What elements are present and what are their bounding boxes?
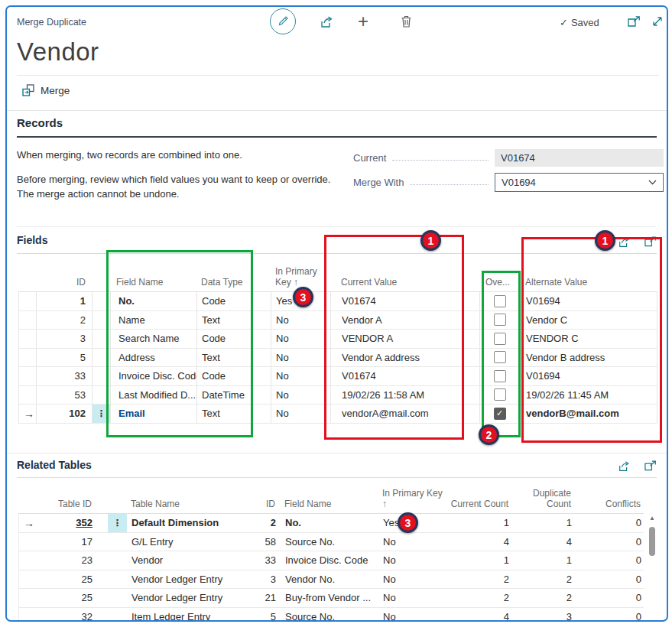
cell-id: 3	[37, 330, 93, 348]
delete-button[interactable]	[400, 15, 413, 28]
cell-alternate-value: VENDOR C	[520, 330, 658, 348]
records-description-1: When merging, two records are combined i…	[17, 148, 242, 162]
cell-data-type: Text	[197, 405, 271, 423]
col-in-primary-key[interactable]: In Primary Key ↑	[271, 266, 330, 288]
cell-id: 33	[37, 367, 93, 385]
col-table-name[interactable]: Table Name	[126, 499, 263, 509]
dotted-leader	[410, 177, 489, 185]
col-current-count[interactable]: Current Count	[446, 499, 511, 509]
merge-with-field-row: Merge With V01694	[353, 173, 664, 192]
row-menu-button[interactable]: ⋮	[108, 514, 127, 532]
share-button[interactable]	[320, 15, 334, 29]
col-conflicts[interactable]: Conflicts	[574, 499, 644, 509]
override-checkbox[interactable]	[494, 370, 506, 382]
related-table-row[interactable]: 32Item Ledger Entry5Source No.No430	[19, 608, 644, 622]
col-alternate-value[interactable]: Alternate Value	[519, 277, 657, 288]
new-button[interactable]: +	[355, 12, 371, 31]
fields-table-row[interactable]: 53Last Modified D...DateTimeNo19/02/26 1…	[19, 386, 657, 405]
col-duplicate-count[interactable]: Duplicate Count	[511, 488, 574, 509]
fields-table-row[interactable]: 2NameTextNoVendor AVendor C	[19, 311, 657, 330]
col-data-type[interactable]: Data Type	[196, 277, 271, 288]
cell-duplicate-count: 3	[512, 608, 575, 622]
col-field-name[interactable]: Field Name	[280, 499, 378, 509]
cell-current-value: vendorA@mail.com	[331, 405, 480, 423]
override-checkbox[interactable]	[494, 295, 506, 307]
merge-with-value: V01694	[502, 177, 536, 188]
cell-in-primary-key: No	[378, 589, 447, 607]
cell-table-id: 32	[37, 608, 108, 622]
cell-override: ✓	[480, 405, 520, 423]
fields-share-button[interactable]	[618, 236, 631, 249]
cell-menu	[108, 589, 127, 607]
fields-table-row[interactable]: 33Invoice Disc. CodeCodeNoV01674V01694	[19, 367, 657, 386]
saved-label: Saved	[571, 17, 599, 28]
related-share-button[interactable]	[618, 460, 631, 473]
cell-menu	[93, 311, 111, 330]
col-table-id[interactable]: Table ID	[36, 499, 107, 509]
related-table-row[interactable]: 25Vendor Ledger Entry21Buy-from Vendor .…	[19, 589, 644, 608]
fields-table-row[interactable]: 3Search NameCodeNoVENDOR AVENDOR C	[19, 330, 657, 349]
scrollbar-thumb[interactable]	[649, 527, 655, 556]
override-checkbox[interactable]	[494, 388, 506, 401]
annotation-badge-1b: 1	[595, 230, 615, 251]
cell-menu	[108, 551, 127, 570]
override-checkbox[interactable]	[494, 333, 506, 345]
plus-icon: +	[358, 12, 368, 31]
related-expand-button[interactable]	[644, 460, 657, 473]
table-id-link[interactable]: 352	[76, 517, 93, 528]
records-section-title[interactable]: Records	[17, 116, 63, 129]
scroll-up-icon[interactable]: ▲	[648, 513, 657, 522]
cell-current-count: 2	[447, 589, 512, 607]
merge-action-button[interactable]: Merge	[22, 84, 70, 96]
merge-action-label: Merge	[41, 85, 70, 96]
col-current-value[interactable]: Current Value	[330, 277, 479, 288]
cell-in-primary-key: No	[271, 405, 331, 423]
merge-with-dropdown[interactable]: V01694	[495, 173, 664, 192]
resize-button[interactable]	[651, 15, 664, 28]
current-field-row: Current V01674	[353, 149, 664, 167]
cell-data-type: DateTime	[197, 386, 271, 405]
col-in-primary-key[interactable]: In Primary Key ↑	[378, 488, 446, 509]
cell-current-count: 4	[447, 608, 512, 622]
cell-menu	[108, 570, 127, 589]
dotted-leader	[392, 152, 489, 161]
col-id[interactable]: ID	[263, 499, 280, 509]
related-table-row[interactable]: →352⋮Default Dimension2No.Yes110	[19, 514, 644, 533]
cell-conflicts: 0	[575, 570, 644, 589]
cell-duplicate-count: 1	[512, 551, 575, 570]
related-table-row[interactable]: 25Vendor Ledger Entry3Vendor No.No220	[19, 570, 644, 590]
popout-button[interactable]	[628, 16, 641, 28]
row-menu-button[interactable]: ⋮	[93, 405, 110, 423]
vertical-scrollbar[interactable]: ▲	[648, 513, 657, 619]
col-override[interactable]: Ove...	[479, 277, 519, 288]
related-table-row[interactable]: 23Vendor33Invoice Disc. CodeNo110	[19, 551, 644, 570]
override-checkbox[interactable]	[494, 351, 506, 363]
override-checkbox[interactable]: ✓	[494, 408, 506, 420]
override-checkbox[interactable]	[494, 314, 506, 326]
cell-override	[480, 367, 520, 385]
edit-button[interactable]	[270, 8, 296, 34]
fields-section-title: Fields	[17, 234, 47, 246]
cell-duplicate-count: 2	[512, 570, 575, 589]
cell-in-primary-key: No	[378, 533, 447, 551]
cell-conflicts: 0	[575, 608, 644, 622]
cell-table-name: Default Dimension	[127, 514, 264, 532]
cell-in-primary-key: No	[378, 570, 447, 589]
cell-field-name: Buy-from Vendor ...	[281, 589, 378, 607]
related-table-row[interactable]: 17G/L Entry58Source No.No440	[19, 533, 644, 552]
fields-table-row[interactable]: 5AddressTextNoVendor A addressVendor B a…	[19, 349, 657, 368]
cell-field-name: No.	[111, 292, 197, 310]
cell-field-name: Invoice Disc. Code	[281, 551, 378, 570]
col-id[interactable]: ID	[36, 277, 92, 288]
row-arrow-placeholder	[19, 533, 37, 551]
fields-expand-button[interactable]	[644, 236, 657, 249]
cell-current-value: V01674	[331, 367, 480, 385]
cell-alternate-value: Vendor B address	[520, 349, 658, 367]
col-field-name[interactable]: Field Name	[110, 277, 196, 288]
cell-field-name: Address	[111, 349, 197, 367]
cell-menu	[93, 330, 111, 348]
cell-current-count: 4	[447, 533, 512, 551]
fields-table-row[interactable]: →102⋮EmailTextNovendorA@mail.com✓vendorB…	[19, 405, 657, 424]
divider	[17, 75, 659, 76]
fields-table-row[interactable]: 1No.CodeYesV01674V01694	[19, 292, 657, 311]
